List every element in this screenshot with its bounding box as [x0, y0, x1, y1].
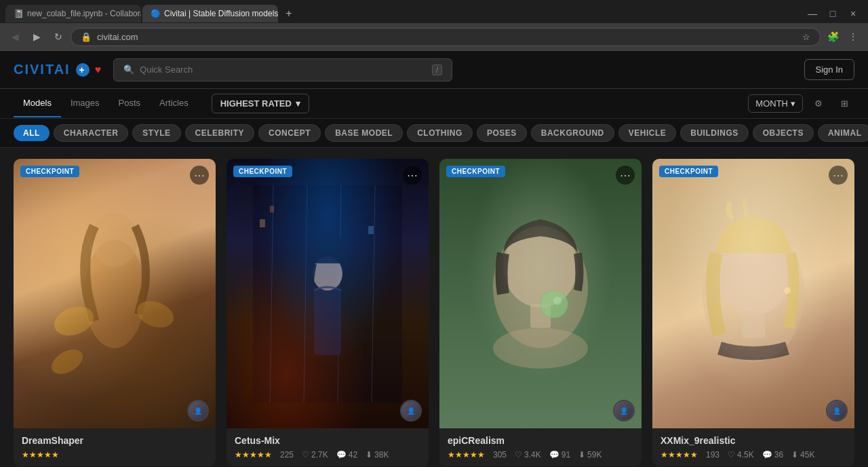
- close-window-button[interactable]: ×: [844, 4, 863, 23]
- svg-rect-12: [260, 219, 265, 227]
- svg-point-22: [716, 231, 791, 316]
- svg-point-21: [703, 226, 804, 362]
- comment-icon-epicrealism: 💬: [549, 450, 559, 460]
- svg-point-2: [50, 301, 98, 341]
- svg-point-1: [91, 212, 138, 267]
- forward-button[interactable]: ▶: [27, 27, 46, 46]
- comment-icon-xxmix: 💬: [762, 450, 772, 460]
- comments-cetus: 💬 42: [336, 450, 357, 460]
- models-grid: CHECKPOINT ⋯ 👤 DreamShaper ★★★★★: [0, 148, 868, 467]
- category-all[interactable]: ALL: [14, 125, 50, 141]
- card-menu-cetus[interactable]: ⋯: [403, 166, 422, 185]
- category-objects[interactable]: OBJECTS: [753, 124, 814, 142]
- search-shortcut-badge: /: [432, 64, 442, 75]
- comments-xxmix: 💬 36: [762, 450, 783, 460]
- filter-icon-button[interactable]: ⚙: [808, 94, 829, 114]
- downloads-cetus: ⬇ 38K: [366, 450, 389, 460]
- tab-favicon-2: 🔵: [151, 9, 160, 18]
- browser-menu-button[interactable]: ⋮: [844, 27, 863, 46]
- heart-icon-xxmix: ♡: [728, 450, 735, 460]
- svg-point-0: [84, 240, 145, 348]
- nav-tabs: Models Images Posts Articles: [14, 90, 198, 117]
- card-avatar-xxmix: 👤: [826, 400, 848, 422]
- epic-illustration: [466, 185, 615, 403]
- svg-point-18: [493, 328, 588, 369]
- grid-view-button[interactable]: ⊞: [834, 94, 854, 114]
- likes-epicrealism: ♡ 3.4K: [515, 450, 541, 460]
- category-vehicle[interactable]: VEHICLE: [618, 124, 677, 142]
- xxmix-illustration: [679, 185, 828, 403]
- rating-count-xxmix: 193: [706, 450, 719, 460]
- model-card-dreamshaper[interactable]: CHECKPOINT ⋯ 👤 DreamShaper ★★★★★: [14, 159, 216, 466]
- svg-point-16: [503, 226, 578, 307]
- card-avatar-epicrealism: 👤: [613, 400, 635, 422]
- browser-tab-2[interactable]: 🔵 Civitai | Stable Diffusion models... ×: [142, 5, 278, 22]
- category-character[interactable]: CHARACTER: [54, 124, 129, 142]
- download-icon-cetus: ⬇: [366, 450, 372, 460]
- category-bar: ALL CHARACTER STYLE CELEBRITY CONCEPT BA…: [0, 119, 868, 148]
- sort-button[interactable]: HIGHEST RATED ▾: [212, 94, 309, 113]
- avatar-image-xxmix: 👤: [827, 401, 846, 420]
- avatar-image-cetus: 👤: [401, 401, 420, 420]
- category-style[interactable]: STYLE: [132, 124, 180, 142]
- category-poses[interactable]: POSES: [477, 124, 527, 142]
- category-base-model[interactable]: BASE MODEL: [325, 124, 403, 142]
- category-background[interactable]: BACKGROUND: [531, 124, 614, 142]
- refresh-button[interactable]: ↻: [49, 27, 68, 46]
- svg-line-6: [270, 185, 273, 403]
- new-tab-button[interactable]: +: [279, 4, 298, 23]
- minimize-button[interactable]: —: [803, 4, 822, 23]
- search-bar[interactable]: 🔍 /: [113, 58, 452, 81]
- category-clothing[interactable]: CLOTHING: [407, 124, 473, 142]
- stars-epicrealism: ★★★★★: [448, 450, 485, 460]
- download-icon-xxmix: ⬇: [791, 450, 798, 460]
- model-card-epicrealism[interactable]: CHECKPOINT ⋯ 👤 epiCRealism ★★★★★ 305 ♡ 3…: [439, 159, 642, 466]
- model-card-cetus[interactable]: CHECKPOINT ⋯ 👤 Cetus-Mix ★★★★★ 225 ♡ 2.7…: [226, 159, 429, 466]
- filter-sort-area: HIGHEST RATED ▾: [212, 94, 309, 113]
- extensions-button[interactable]: 🧩: [823, 27, 842, 46]
- card-title-cetus: Cetus-Mix: [235, 435, 420, 446]
- card-menu-dreamshaper[interactable]: ⋯: [190, 166, 209, 185]
- address-bar[interactable]: 🔒 civitai.com ☆: [71, 28, 821, 46]
- tab-images[interactable]: Images: [61, 90, 109, 117]
- comment-icon-cetus: 💬: [336, 450, 347, 460]
- search-input[interactable]: [140, 64, 427, 75]
- tab-articles[interactable]: Articles: [150, 90, 198, 117]
- search-icon: 🔍: [123, 64, 134, 75]
- category-concept[interactable]: CONCEPT: [258, 124, 321, 142]
- category-buildings[interactable]: BUILDINGS: [680, 124, 749, 142]
- model-card-xxmix[interactable]: CHECKPOINT ⋯ 👤 XXMix_9realistic ★★★★★ 19…: [652, 159, 854, 466]
- downloads-epicrealism: ⬇ 59K: [578, 450, 601, 460]
- back-button[interactable]: ◀: [5, 27, 24, 46]
- card-menu-epicrealism[interactable]: ⋯: [616, 166, 635, 185]
- download-icon-epicrealism: ⬇: [578, 450, 585, 460]
- svg-rect-14: [368, 226, 374, 234]
- card-avatar-cetus: 👤: [400, 400, 422, 422]
- tab-posts[interactable]: Posts: [109, 90, 151, 117]
- card-image-xxmix: CHECKPOINT ⋯ 👤: [652, 159, 854, 428]
- dreamshaper-illustration: [40, 185, 189, 403]
- tab-models[interactable]: Models: [14, 90, 61, 117]
- sign-in-button[interactable]: Sign In: [804, 59, 854, 80]
- period-button[interactable]: MONTH ▾: [748, 94, 803, 113]
- card-title-dreamshaper: DreamShaper: [22, 435, 208, 446]
- tab-label-2: Civitai | Stable Diffusion models...: [164, 9, 278, 18]
- browser-tab-1[interactable]: 📓 new_colab_file.ipynb - Collabora... ×: [5, 5, 141, 22]
- maximize-button[interactable]: □: [823, 4, 842, 23]
- category-celebrity[interactable]: CELEBRITY: [185, 124, 255, 142]
- url-text: civitai.com: [97, 32, 138, 42]
- category-animal[interactable]: ANIMAL: [818, 124, 868, 142]
- period-label: MONTH: [755, 98, 788, 109]
- likes-cetus: ♡ 2.7K: [302, 450, 328, 460]
- site-logo[interactable]: CIVITAI + ♥: [14, 62, 102, 77]
- svg-rect-17: [530, 304, 551, 328]
- browser-navigation: ◀ ▶ ↻ 🔒 civitai.com ☆ 🧩 ⋮: [0, 23, 868, 50]
- bookmark-star-icon: ☆: [802, 32, 810, 42]
- card-stats-dreamshaper: ★★★★★: [22, 450, 208, 460]
- image-silhouette-cetus: [226, 159, 429, 428]
- downloads-xxmix: ⬇ 45K: [791, 450, 814, 460]
- card-menu-xxmix[interactable]: ⋯: [829, 166, 848, 185]
- svg-point-4: [47, 344, 87, 379]
- card-title-xxmix: XXMix_9realistic: [660, 435, 846, 446]
- card-image-dreamshaper: CHECKPOINT ⋯ 👤: [14, 159, 216, 428]
